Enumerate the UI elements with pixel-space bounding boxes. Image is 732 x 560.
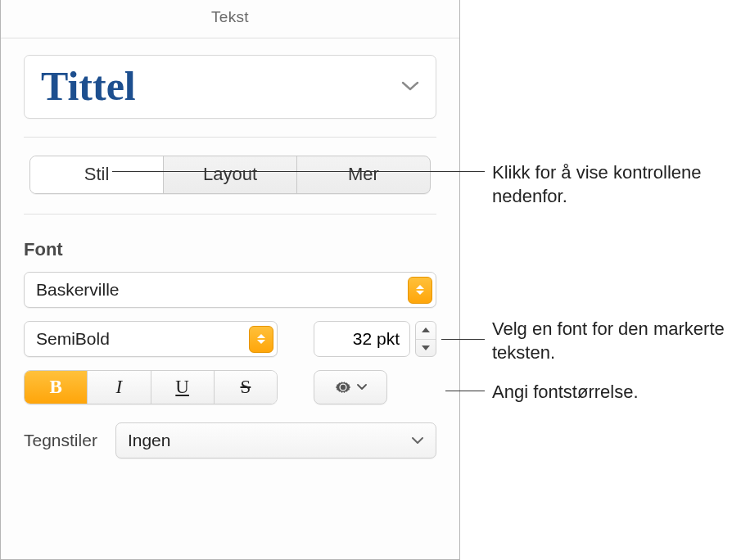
font-size-value: 32 pkt	[353, 329, 400, 349]
annotation-tabs: Klikk for å vise kontrollene nedenfor.	[492, 161, 732, 208]
text-inspector-panel: Tekst Tittel Stil Layout Mer Font Basker…	[0, 0, 460, 560]
updown-caret-icon	[249, 326, 273, 353]
font-size-stepper	[415, 321, 436, 357]
character-style-select[interactable]: Ingen	[115, 422, 436, 458]
font-size-input[interactable]: 32 pkt	[314, 321, 410, 357]
annotation-font: Velg en font for den markerte teksten.	[492, 318, 732, 364]
italic-button[interactable]: I	[88, 371, 151, 404]
gear-icon	[334, 378, 352, 396]
font-family-select[interactable]: Baskerville	[24, 272, 436, 308]
annotation-size: Angi fontstørrelse.	[492, 381, 639, 404]
updown-caret-icon	[408, 277, 432, 304]
chevron-down-icon	[357, 384, 367, 391]
tab-layout[interactable]: Layout	[164, 156, 297, 193]
tab-mer[interactable]: Mer	[297, 156, 430, 193]
strikethrough-button[interactable]: S	[215, 371, 277, 404]
annotation-leader	[112, 171, 485, 172]
font-section-label: Font	[24, 239, 436, 260]
chevron-down-icon	[401, 80, 419, 92]
font-size-group: 32 pkt	[314, 321, 436, 357]
font-typeface-select[interactable]: SemiBold	[24, 321, 278, 357]
advanced-options-button[interactable]	[314, 370, 387, 404]
annotation-leader	[445, 391, 485, 391]
paragraph-style-selector[interactable]: Tittel	[24, 55, 436, 119]
chevron-down-icon	[411, 436, 424, 445]
chevron-up-icon	[422, 327, 430, 332]
tab-stil[interactable]: Stil	[30, 156, 164, 193]
inspector-tabs: Stil Layout Mer	[29, 156, 431, 194]
paragraph-style-name: Tittel	[41, 65, 136, 106]
font-typeface-value: SemiBold	[36, 329, 110, 349]
chevron-down-icon	[422, 345, 430, 350]
divider	[24, 137, 436, 138]
stepper-up-button[interactable]	[416, 322, 436, 340]
bold-button[interactable]: B	[25, 371, 88, 404]
character-style-value: Ingen	[128, 431, 171, 450]
text-format-group: B I U S	[24, 370, 278, 404]
panel-title: Tekst	[1, 0, 459, 38]
underline-button[interactable]: U	[151, 371, 215, 404]
font-family-value: Baskerville	[36, 280, 120, 300]
character-styles-label: Tegnstiler	[24, 431, 97, 450]
divider	[24, 214, 436, 215]
annotation-leader	[441, 339, 485, 340]
stepper-down-button[interactable]	[416, 340, 436, 357]
